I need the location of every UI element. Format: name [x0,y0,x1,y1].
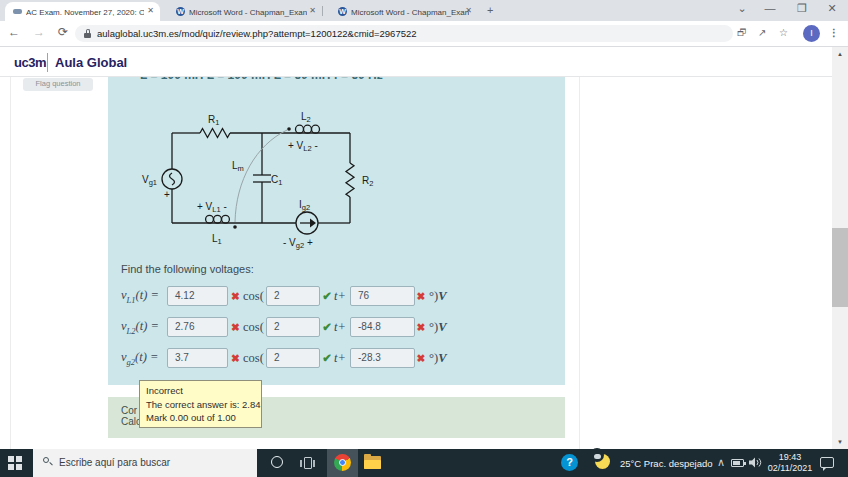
label-r1: R1 [208,114,219,127]
weather-text[interactable]: 25°C Prac. despejado [620,458,713,469]
clipped-text-fragment: Calc [121,416,141,427]
tab-search-chevron-icon[interactable]: ⌄ [735,2,749,15]
scroll-up-icon[interactable]: ▲ [832,51,848,57]
minimize-button[interactable]: — [763,2,777,14]
label-l2: L2 [301,111,311,124]
cortana-icon[interactable] [271,456,283,468]
question-intro: Find the following voltages: [121,263,254,275]
clipped-text-fragment: L = 100 mH L = 100 mH L = 50 mH f = 50 H… [140,77,400,83]
speaker-icon[interactable] [749,457,762,468]
notification-icon[interactable] [820,457,834,468]
word-favicon: W [338,7,347,16]
tab-ac-exam[interactable]: AC Exam. November 27, 2020: O ✕ [5,2,160,21]
word-favicon: W [176,7,185,16]
chrome-taskbar-button[interactable] [327,449,358,477]
tray-chevron-icon[interactable]: ∧ [717,456,725,469]
back-button[interactable]: ← [8,25,20,39]
amplitude-input[interactable]: 4.12 [167,286,228,306]
windows-start-button[interactable] [8,456,22,470]
profile-avatar[interactable]: I [803,25,820,42]
site-header: uc3m Aula Global [0,47,832,77]
tab-title: AC Exam. November 27, 2020: O [26,8,144,17]
label-c1: C1 [271,174,282,187]
equation-row-1: vL1(t) = 4.12 ✖ cos( 2 ✔ t+ 76 ✖ °)V [121,286,447,306]
scroll-down-icon[interactable]: ▼ [832,439,848,445]
tab-title: Microsoft Word - Chapman_Exan [351,8,469,17]
tab-separator [322,6,323,16]
feedback-tooltip: Incorrect The correct answer is: 2.84 Ma… [139,380,262,428]
phase-input[interactable]: -84.8 [350,317,415,337]
cos-token: cos( [243,351,266,366]
task-view-icon[interactable] [300,457,315,469]
t-plus-token: t+ [334,320,350,335]
question-block: L = 100 mH L = 100 mH L = 50 mH f = 50 H… [108,77,565,385]
scrollbar-thumb[interactable] [832,228,848,307]
forward-button[interactable]: → [33,25,45,39]
frequency-input[interactable]: 2 [266,348,320,368]
restore-button[interactable]: ❐ [795,2,809,15]
help-tray-icon[interactable]: ? [561,454,578,471]
flag-question-button[interactable]: Flag question [23,78,93,91]
clipped-text-fragment: Cor [121,405,137,416]
taskbar-search-input[interactable]: Escribe aquí para buscar [33,449,257,477]
equation-row-2: vL2(t) = 2.76 ✖ cos( 2 ✔ t+ -84.8 ✖ °)V [121,317,447,337]
weather-moon-icon[interactable] [594,453,611,470]
label-lm: Lm [232,160,244,173]
wrong-mark-icon: ✖ [415,352,427,364]
battery-icon[interactable] [731,459,744,467]
eq-lhs: vL2(t) = [121,319,167,336]
page-content: uc3m Aula Global Flag question L = 100 m… [0,47,848,449]
lock-icon[interactable] [84,29,91,38]
moodle-favicon [13,9,22,14]
close-token: °)V [427,320,447,335]
eq-lhs: vL1(t) = [121,288,167,305]
taskbar-clock[interactable]: 19:43 02/11/2021 [762,452,818,474]
close-window-button[interactable]: ✕ [825,2,839,15]
reload-button[interactable]: ⟳ [58,25,68,39]
tab-close-icon[interactable]: ✕ [465,6,472,15]
label-vl1: + VL1 - [197,201,227,214]
circuit-diagram: R1 L2 + VL2 - Lm C1 R2 Vg1 + + VL1 - L1 … [140,105,440,255]
phase-input[interactable]: 76 [350,286,415,306]
translate-icon[interactable]: 🗗 [737,27,747,38]
label-plus: + [164,189,170,200]
correct-mark-icon: ✔ [320,351,334,365]
uc3m-logo[interactable]: uc3m [14,55,46,70]
menu-dots-icon[interactable]: ⋮ [829,27,839,38]
file-explorer-icon[interactable] [364,456,381,469]
phase-input[interactable]: -28.3 [350,348,415,368]
taskbar: Escribe aquí para buscar ? 25°C Prac. de… [0,449,848,477]
wrong-mark-icon: ✖ [228,290,243,302]
t-plus-token: t+ [334,289,350,304]
wrong-mark-icon: ✖ [415,290,427,302]
url-text[interactable]: aulaglobal.uc3m.es/mod/quiz/review.php?a… [97,28,417,39]
page-scrollbar[interactable]: ▲ ▼ [832,47,848,449]
wrong-mark-icon: ✖ [415,321,427,333]
t-plus-token: t+ [334,351,350,366]
tab-word-2[interactable]: W Microsoft Word - Chapman_Exan ✕ [330,2,478,21]
amplitude-input[interactable]: 3.7 [167,348,228,368]
label-r2: R2 [362,175,373,188]
eq-lhs: vg2(t) = [121,350,167,367]
share-icon[interactable]: ↗ [758,27,766,38]
tab-close-icon[interactable]: ✕ [147,6,154,15]
cos-token: cos( [243,289,266,304]
tooltip-line: The correct answer is: 2.84 [146,398,261,412]
close-token: °)V [427,289,447,304]
cos-token: cos( [243,320,266,335]
label-l1: L1 [212,233,222,246]
address-bar[interactable]: aulaglobal.uc3m.es/mod/quiz/review.php?a… [75,25,733,42]
tab-word-1[interactable]: W Microsoft Word - Chapman_Exan ✕ [168,2,322,21]
amplitude-input[interactable]: 2.76 [167,317,228,337]
wrong-mark-icon: ✖ [228,352,243,364]
container-right-border [579,77,580,449]
new-tab-button[interactable]: + [487,4,493,16]
label-vl2: + VL2 - [288,140,318,153]
frequency-input[interactable]: 2 [266,286,320,306]
bookmark-star-icon[interactable]: ☆ [779,27,788,38]
frequency-input[interactable]: 2 [266,317,320,337]
tab-close-icon[interactable]: ✕ [309,6,316,15]
tab-strip: AC Exam. November 27, 2020: O ✕ W Micros… [0,0,848,21]
time-text: 19:43 [762,452,818,463]
site-name[interactable]: Aula Global [55,55,127,70]
